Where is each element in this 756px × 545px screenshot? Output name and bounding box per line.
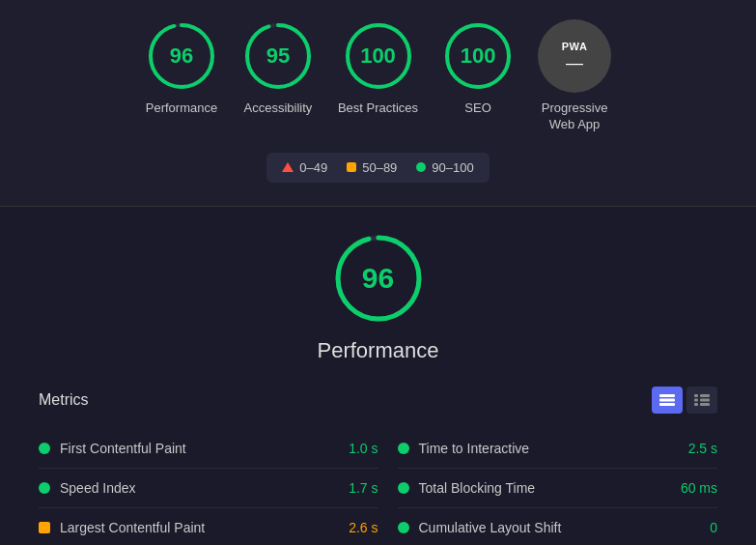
top-section: 96 Performance 95 Accessibility: [0, 0, 756, 206]
best-practices-score: 100: [360, 43, 396, 69]
best-practices-circle[interactable]: 100: [342, 19, 415, 93]
legend-fail: 0–49: [282, 160, 327, 175]
metric-row-cls: Cumulative Layout Shift 0: [398, 508, 718, 545]
svg-rect-16: [700, 398, 710, 401]
cls-status-dot: [398, 522, 409, 533]
seo-score-item: 100 SEO: [441, 19, 515, 117]
score-legend: 0–49 50–89 90–100: [266, 153, 489, 183]
legend-average: 50–89: [347, 160, 397, 175]
metrics-left-col: First Contentful Paint 1.0 s Speed Index…: [39, 429, 378, 545]
pwa-score-item: PWA — ProgressiveWeb App: [538, 19, 611, 133]
svg-rect-12: [659, 403, 675, 406]
seo-label: SEO: [464, 100, 490, 117]
metrics-grid: First Contentful Paint 1.0 s Speed Index…: [39, 429, 717, 545]
pwa-dash: —: [566, 54, 583, 72]
main-score-area: 96 Performance: [39, 230, 717, 363]
svg-rect-10: [659, 394, 675, 397]
cls-label: Cumulative Layout Shift: [419, 520, 711, 535]
metric-row-fcp: First Contentful Paint 1.0 s: [39, 429, 378, 469]
seo-circle[interactable]: 100: [441, 19, 515, 93]
metric-row-tti: Time to Interactive 2.5 s: [398, 429, 718, 469]
tti-label: Time to Interactive: [419, 441, 688, 456]
tti-value: 2.5 s: [688, 441, 717, 456]
svg-rect-13: [694, 394, 698, 397]
svg-rect-15: [694, 398, 698, 401]
accessibility-score: 95: [266, 43, 290, 69]
svg-rect-14: [700, 394, 710, 397]
tti-status-dot: [398, 443, 409, 454]
pwa-circle[interactable]: PWA —: [538, 19, 611, 93]
accessibility-label: Accessibility: [244, 100, 313, 117]
lcp-label: Largest Contentful Paint: [60, 520, 349, 535]
legend-pass-range: 90–100: [432, 160, 473, 175]
metric-row-si: Speed Index 1.7 s: [39, 469, 378, 508]
metrics-right-col: Time to Interactive 2.5 s Total Blocking…: [378, 429, 718, 545]
metrics-title: Metrics: [39, 391, 89, 409]
svg-rect-11: [659, 398, 675, 401]
pwa-label: PWA: [562, 41, 588, 52]
score-circles: 96 Performance 95 Accessibility: [145, 19, 611, 133]
legend-pass: 90–100: [416, 160, 473, 175]
svg-rect-17: [694, 403, 698, 406]
svg-rect-18: [700, 403, 710, 406]
best-practices-score-item: 100 Best Practices: [338, 19, 418, 117]
cls-value: 0: [710, 520, 717, 535]
si-label: Speed Index: [60, 480, 349, 496]
fcp-label: First Contentful Paint: [60, 441, 349, 456]
fcp-status-dot: [39, 443, 50, 454]
view-toggle: [652, 387, 717, 414]
fail-icon: [282, 162, 294, 172]
main-performance-circle: 96: [330, 230, 427, 327]
seo-score: 100: [461, 43, 496, 69]
legend-fail-range: 0–49: [299, 160, 327, 175]
main-score-text: 96: [362, 262, 394, 295]
pwa-label-text: ProgressiveWeb App: [542, 100, 608, 133]
accessibility-circle[interactable]: 95: [241, 19, 315, 93]
metric-row-tbt: Total Blocking Time 60 ms: [398, 469, 718, 508]
tbt-label: Total Blocking Time: [419, 480, 681, 496]
bottom-section: 96 Performance Metrics: [0, 207, 756, 545]
average-icon: [347, 162, 356, 172]
pass-icon: [416, 162, 426, 172]
performance-score: 96: [170, 43, 193, 69]
accessibility-score-item: 95 Accessibility: [241, 19, 315, 117]
fcp-value: 1.0 s: [349, 441, 378, 456]
tbt-status-dot: [398, 482, 409, 494]
tbt-value: 60 ms: [681, 480, 717, 496]
best-practices-label: Best Practices: [338, 100, 418, 117]
bar-view-button[interactable]: [652, 387, 683, 414]
metrics-header: Metrics: [39, 387, 717, 414]
lcp-value: 2.6 s: [349, 520, 378, 535]
performance-score-item: 96 Performance: [145, 19, 218, 117]
performance-circle[interactable]: 96: [145, 19, 218, 93]
si-value: 1.7 s: [349, 480, 378, 496]
lcp-status-dot: [39, 522, 50, 533]
si-status-dot: [39, 482, 50, 494]
legend-average-range: 50–89: [362, 160, 397, 175]
main-title: Performance: [318, 338, 439, 363]
performance-label: Performance: [146, 100, 217, 117]
metric-row-lcp: Largest Contentful Paint 2.6 s: [39, 508, 378, 545]
list-view-button[interactable]: [686, 387, 717, 414]
